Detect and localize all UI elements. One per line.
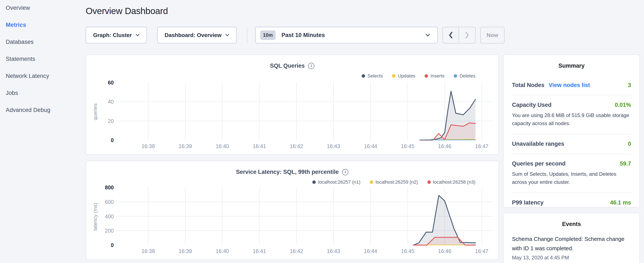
chevron-left-icon bbox=[448, 31, 453, 39]
sidebar-item-databases[interactable]: Databases bbox=[6, 38, 83, 46]
sidebar-item-overview[interactable]: Overview bbox=[6, 4, 83, 12]
legend-label: Selects bbox=[368, 73, 383, 79]
summary-row-value: 46.1 ms bbox=[610, 199, 631, 206]
chart-canvas bbox=[107, 185, 497, 247]
controls-divider bbox=[247, 27, 247, 43]
legend-label: localhost:26259 (n2) bbox=[376, 179, 418, 185]
summary-row-label: Total Nodes bbox=[512, 82, 544, 89]
sidebar-item-metrics[interactable]: Metrics bbox=[6, 21, 83, 29]
y-axis-unit-label: queries bbox=[92, 91, 99, 133]
summary-row-value: 0 bbox=[628, 141, 631, 147]
chevron-right-icon bbox=[464, 31, 470, 39]
summary-row-capacity-used: Capacity Used 0.01% You are using 28.6 M… bbox=[512, 95, 631, 134]
y-axis-tick-label: 60 bbox=[86, 79, 114, 86]
chart-header: Service Latency: SQL, 99th percentile i bbox=[86, 169, 498, 175]
legend-item[interactable]: Selects bbox=[362, 73, 383, 79]
legend-dot-icon bbox=[392, 74, 396, 78]
summary-row-queries-per-second: Queries per second 59.7 Sum of Selects, … bbox=[512, 154, 631, 193]
info-icon[interactable]: i bbox=[342, 169, 348, 175]
chevron-down-icon bbox=[136, 34, 140, 36]
time-range-label: Past 10 Minutes bbox=[282, 32, 325, 39]
legend-dot-icon bbox=[370, 180, 373, 184]
event-item[interactable]: Schema Change Completed: Schema change w… bbox=[512, 234, 631, 261]
legend-item[interactable]: localhost:26257 (n1) bbox=[312, 179, 360, 185]
summary-title: Summary bbox=[512, 55, 631, 69]
x-axis-tick-label: 16:43 bbox=[321, 143, 346, 149]
summary-row-value: 3 bbox=[628, 82, 631, 89]
x-axis-tick-label: 16:39 bbox=[172, 143, 198, 149]
chart-legend: SelectsUpdatesInsertsDeletes bbox=[362, 73, 476, 79]
page-title: Overview Dashboard bbox=[86, 6, 168, 16]
x-axis-tick-label: 16:44 bbox=[358, 143, 383, 149]
x-axis-tick-label: 16:39 bbox=[172, 248, 198, 254]
time-range-badge: 10m bbox=[260, 31, 276, 40]
time-nav-buttons bbox=[442, 27, 476, 43]
event-timestamp: May 13, 2020 at 4:45 PM bbox=[512, 255, 631, 261]
x-axis-tick-label: 16:44 bbox=[358, 248, 383, 254]
summary-row-label: P99 latency bbox=[512, 199, 544, 206]
sidebar-item-network-latency[interactable]: Network Latency bbox=[6, 72, 83, 80]
y-axis-tick-label: 40 bbox=[86, 98, 114, 105]
x-axis-tick-label: 16:38 bbox=[136, 143, 161, 149]
dashboard-dropdown[interactable]: Dashboard: Overview bbox=[157, 27, 237, 43]
info-icon[interactable]: i bbox=[308, 63, 314, 69]
summary-rows: Total Nodes View nodes list 3 Capacity U… bbox=[512, 76, 631, 212]
x-axis-tick-label: 16:38 bbox=[136, 248, 161, 254]
x-axis-tick-label: 16:47 bbox=[469, 248, 494, 254]
legend-item[interactable]: Deletes bbox=[454, 73, 476, 79]
legend-dot-icon bbox=[427, 180, 431, 184]
chevron-down-icon bbox=[426, 34, 430, 37]
event-message: Schema Change Completed: Schema change w… bbox=[512, 234, 631, 253]
now-button[interactable]: Now bbox=[480, 27, 504, 43]
x-axis-tick-label: 16:47 bbox=[469, 143, 494, 149]
summary-panel: Summary Total Nodes View nodes list 3 Ca… bbox=[503, 55, 640, 207]
sidebar-item-statements[interactable]: Statements bbox=[6, 55, 83, 63]
legend-item[interactable]: localhost:26259 (n2) bbox=[370, 179, 418, 185]
chart-legend: localhost:26257 (n1)localhost:26259 (n2)… bbox=[312, 179, 476, 185]
chart-canvas bbox=[107, 80, 497, 142]
sidebar: OverviewMetricsDatabasesStatementsNetwor… bbox=[0, 0, 83, 263]
legend-item[interactable]: localhost:26258 (n3) bbox=[427, 179, 476, 185]
x-axis-tick-label: 16:43 bbox=[321, 248, 346, 254]
dashboard-dropdown-label: Dashboard: Overview bbox=[164, 32, 221, 39]
summary-row-total-nodes: Total Nodes View nodes list 3 bbox=[512, 76, 631, 95]
sidebar-nav: OverviewMetricsDatabasesStatementsNetwor… bbox=[6, 4, 83, 114]
summary-row-value: 59.7 bbox=[620, 160, 631, 167]
time-range-dropdown[interactable]: 10m Past 10 Minutes bbox=[255, 27, 438, 43]
legend-dot-icon bbox=[424, 74, 428, 78]
y-axis-tick-label: 0 bbox=[86, 137, 114, 144]
legend-item[interactable]: Inserts bbox=[424, 73, 444, 79]
view-nodes-list-link[interactable]: View nodes list bbox=[549, 82, 590, 89]
legend-label: localhost:26258 (n3) bbox=[433, 179, 476, 185]
x-axis-tick-label: 16:40 bbox=[210, 248, 235, 254]
x-axis-tick-label: 16:45 bbox=[395, 143, 420, 149]
y-axis-tick-label: 200 bbox=[86, 227, 114, 234]
y-axis-tick-label: 20 bbox=[86, 118, 114, 124]
legend-label: Inserts bbox=[430, 73, 444, 79]
service-latency-chart-panel: Service Latency: SQL, 99th percentile i … bbox=[86, 161, 499, 260]
next-timeframe-button[interactable] bbox=[459, 27, 475, 43]
previous-timeframe-button[interactable] bbox=[443, 27, 459, 43]
x-axis-tick-label: 16:42 bbox=[284, 143, 309, 149]
chart-title: Service Latency: SQL, 99th percentile bbox=[236, 169, 339, 175]
x-axis-tick-label: 16:41 bbox=[247, 248, 272, 254]
graph-dropdown[interactable]: Graph: Cluster bbox=[86, 27, 147, 43]
summary-row-label: Queries per second bbox=[512, 160, 566, 167]
sql-queries-chart-panel: SQL Queries i SelectsUpdatesInsertsDelet… bbox=[86, 55, 499, 154]
legend-dot-icon bbox=[454, 74, 457, 78]
sidebar-item-jobs[interactable]: Jobs bbox=[6, 89, 83, 97]
summary-row-description: You are using 28.6 MiB of 515.9 GiB usab… bbox=[512, 111, 631, 127]
summary-row-p99-latency: P99 latency 46.1 ms bbox=[512, 193, 631, 212]
legend-item[interactable]: Updates bbox=[392, 73, 415, 79]
y-axis-tick-label: 400 bbox=[86, 213, 114, 220]
summary-row-label: Unavailable ranges bbox=[512, 141, 564, 147]
legend-dot-icon bbox=[362, 74, 365, 78]
legend-label: localhost:26257 (n1) bbox=[318, 179, 360, 185]
y-axis-tick-label: 800 bbox=[86, 184, 114, 191]
chart-title: SQL Queries bbox=[270, 63, 305, 69]
summary-row-label: Capacity Used bbox=[512, 102, 552, 108]
summary-row-description: Sum of Selects, Updates, Inserts, and De… bbox=[512, 170, 631, 186]
events-panel: Events Schema Change Completed: Schema c… bbox=[503, 213, 640, 263]
summary-row-value: 0.01% bbox=[615, 102, 631, 108]
sidebar-item-advanced-debug[interactable]: Advanced Debug bbox=[6, 106, 83, 114]
